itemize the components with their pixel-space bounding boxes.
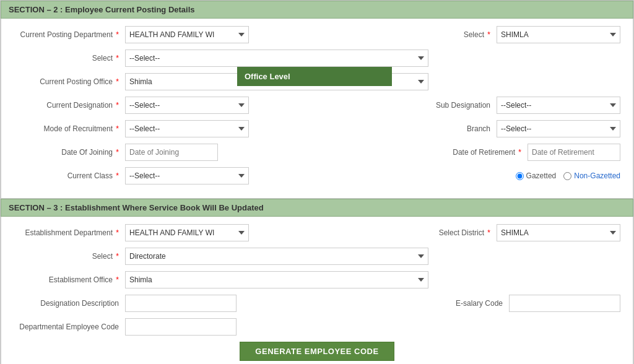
select-district-select[interactable]: SHIMLA	[497, 224, 620, 241]
date-of-retirement-label: Date of Retirement *	[428, 148, 528, 157]
current-designation-label: Current Designation *	[14, 101, 125, 110]
select-label1: Select *	[14, 54, 125, 63]
current-designation-select[interactable]: --Select--	[125, 97, 249, 114]
designation-desc-input[interactable]	[125, 295, 237, 312]
select-label3: Select *	[14, 252, 125, 261]
sub-designation-label: Sub Designation	[410, 101, 497, 110]
select-full-select[interactable]: --Select--	[125, 50, 428, 67]
gazetted-radio[interactable]	[516, 172, 524, 180]
date-of-joining-input[interactable]	[125, 144, 218, 161]
select-right-label1: Select *	[447, 30, 497, 39]
establishment-office-select[interactable]: Shimla	[125, 271, 428, 288]
designation-desc-label: Designation Description	[14, 299, 125, 308]
dept-employee-code-input[interactable]	[125, 318, 237, 336]
select-district-label: Select District *	[422, 228, 497, 237]
gazetted-radio-label[interactable]: Gazetted	[516, 171, 557, 180]
select-right-select1[interactable]: SHIMLA	[497, 26, 620, 43]
section3-header: SECTION – 3 : Establishment Where Servic…	[1, 199, 633, 217]
date-of-joining-label: Date Of Joining *	[14, 148, 125, 157]
current-posting-dept-label: Current Posting Department *	[14, 30, 125, 39]
establishment-dept-select[interactable]: HEALTH AND FAMILY WI	[125, 224, 249, 241]
branch-select[interactable]: --Select--	[497, 120, 620, 137]
establishment-dept-label: Establishment Department *	[14, 228, 125, 237]
office-level-dropdown[interactable]: Office Level	[237, 67, 392, 86]
sub-designation-select[interactable]: --Select--	[497, 97, 620, 114]
current-class-select[interactable]: --Select--	[125, 167, 249, 184]
current-posting-office-label: Current Posting Office *	[14, 77, 125, 86]
select-directorate-select[interactable]: Directorate	[125, 248, 428, 265]
establishment-office-label: Establisment Office *	[14, 275, 125, 284]
mode-of-recruitment-label: Mode of Recruitment *	[14, 124, 125, 133]
branch-label: Branch	[410, 124, 497, 133]
section2-header: SECTION – 2 : Employee Current Posting D…	[1, 1, 633, 19]
non-gazetted-radio[interactable]	[563, 172, 571, 180]
gazetted-radio-group: Gazetted Non-Gazetted	[516, 171, 620, 180]
generate-employee-code-button[interactable]: GENERATE EMPLOYEE CODE	[240, 342, 394, 361]
date-of-retirement-input[interactable]	[528, 144, 620, 161]
non-gazetted-radio-label[interactable]: Non-Gazetted	[563, 171, 620, 180]
esalary-code-input[interactable]	[509, 295, 620, 312]
current-class-label: Current Class *	[14, 171, 125, 180]
current-posting-dept-select[interactable]: HEALTH AND FAMILY WI	[125, 26, 249, 43]
dept-employee-code-label: Departmental Employee Code	[14, 323, 125, 331]
mode-of-recruitment-select[interactable]: --Select--	[125, 120, 249, 137]
esalary-code-label: E-salary Code	[428, 299, 509, 308]
